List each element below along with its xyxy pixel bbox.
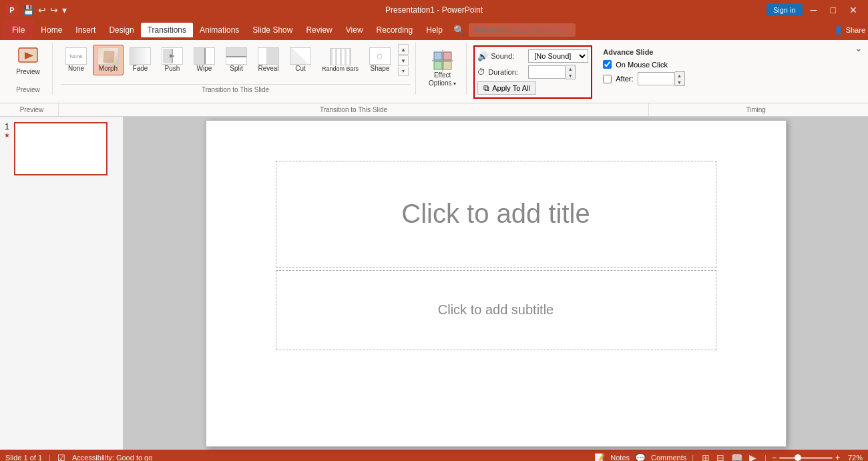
transition-push-label: Push (165, 65, 180, 73)
menu-bar: File Home Insert Design Transitions Anim… (0, 20, 868, 40)
status-bar: Slide 1 of 1 | ☑ Accessibility: Good to … (0, 450, 868, 461)
transition-none-label: None (68, 65, 84, 73)
menu-item-home[interactable]: Home (34, 23, 69, 37)
transition-fade-button[interactable]: Fade (125, 45, 156, 75)
status-divider2: | (765, 454, 767, 461)
customize-icon[interactable]: ▾ (62, 5, 67, 15)
ribbon-labels-bar: Preview Transition to This Slide Timing (0, 103, 868, 117)
transition-randombars-button[interactable]: Random Bars (317, 45, 363, 75)
on-mouse-click-label: On Mouse Click (616, 61, 668, 69)
after-decrement-button[interactable]: ▼ (675, 79, 684, 85)
duration-decrement-button[interactable]: ▼ (566, 72, 575, 79)
transition-fade-label: Fade (133, 65, 148, 73)
comments-icon: 💬 (635, 453, 646, 462)
transition-none-button[interactable]: None None (61, 45, 91, 75)
sound-select[interactable]: [No Sound] (528, 49, 588, 63)
effect-options-arrow: ▾ (453, 81, 456, 87)
transition-cut-label: Cut (295, 65, 306, 73)
transition-reveal-button[interactable]: Reveal (253, 45, 284, 75)
accessibility-label[interactable]: Accessibility: Good to go (72, 454, 152, 461)
effect-options-button[interactable]: Effect Options ▾ (424, 47, 461, 90)
menu-item-help[interactable]: Help (419, 23, 449, 37)
preview-icon (17, 47, 39, 68)
accessibility-icon: ☑ (57, 453, 65, 462)
slide-canvas[interactable]: Click to add title Click to add subtitle (206, 120, 787, 447)
menu-item-file[interactable]: File (3, 20, 34, 40)
on-mouse-click-checkbox[interactable] (603, 60, 612, 69)
slide-thumbnail[interactable] (14, 122, 107, 175)
transition-push-button[interactable]: Push (157, 45, 188, 75)
comments-button[interactable]: Comments (651, 454, 686, 461)
transition-wipe-button[interactable]: Wipe (189, 45, 220, 75)
menu-item-transitions[interactable]: Transitions (141, 23, 193, 37)
ribbon: Preview Preview None None Morph Fade (0, 40, 868, 103)
maximize-button[interactable]: □ (825, 3, 841, 17)
slide-star-icon: ★ (4, 131, 10, 139)
zoom-level[interactable]: 72% (843, 454, 863, 461)
status-bar-right: 📝 Notes 💬 Comments | ⊞ ⊟ 📖 ▶ | − + 72% (594, 451, 863, 461)
transitions-group-label: Transition to This Slide (61, 84, 410, 93)
ribbon-group-preview: Preview Preview (5, 43, 53, 95)
status-separator: | (49, 454, 51, 461)
transition-shape-button[interactable]: Shape (365, 45, 395, 75)
search-icon[interactable]: 🔍 (453, 25, 465, 35)
zoom-out-button[interactable]: − (772, 453, 777, 461)
slide-number-area: 1 ★ (4, 122, 10, 139)
scroll-up-button[interactable]: ▲ (398, 44, 409, 55)
menu-item-view[interactable]: View (339, 23, 370, 37)
zoom-slider[interactable] (779, 457, 833, 459)
on-mouse-click-row: On Mouse Click (603, 60, 684, 69)
transition-shape-label: Shape (371, 65, 390, 73)
normal-view-button[interactable]: ⊞ (699, 451, 712, 461)
duration-increment-button[interactable]: ▲ (566, 65, 575, 72)
status-bar-left: Slide 1 of 1 | ☑ Accessibility: Good to … (5, 453, 152, 462)
scroll-more-button[interactable]: ▾ (398, 67, 409, 76)
after-spinners: ▲ ▼ (675, 71, 685, 86)
title-placeholder[interactable]: Click to add title (276, 161, 716, 268)
apply-to-all-icon: ⧉ (483, 83, 489, 93)
notes-button[interactable]: Notes (610, 454, 630, 461)
menu-item-slideshow[interactable]: Slide Show (246, 23, 299, 37)
apply-to-all-row: ⧉ Apply To All (477, 81, 588, 95)
undo-icon[interactable]: ↩ (38, 5, 46, 15)
reading-view-button[interactable]: 📖 (728, 451, 745, 461)
menu-item-design[interactable]: Design (102, 23, 140, 37)
search-input[interactable] (469, 23, 576, 37)
preview-button[interactable]: Preview (11, 44, 45, 79)
menu-item-recording[interactable]: Recording (370, 23, 420, 37)
close-button[interactable]: ✕ (844, 3, 863, 17)
svg-rect-8 (434, 61, 442, 69)
transition-randombars-label: Random Bars (322, 65, 359, 73)
menu-item-insert[interactable]: Insert (69, 23, 102, 37)
transition-cut-button[interactable]: Cut (285, 45, 316, 75)
view-buttons: ⊞ ⊟ 📖 ▶ (699, 451, 759, 461)
transition-section-label: Transition to This Slide (59, 103, 649, 116)
slide-thumb-item: 1 ★ (4, 122, 119, 175)
slideshow-button[interactable]: ▶ (746, 451, 759, 461)
after-input[interactable]: 00:00.00 (638, 72, 675, 85)
duration-input[interactable]: 02.00 (528, 65, 566, 79)
zoom-in-button[interactable]: + (835, 453, 840, 461)
after-row: After: 00:00.00 ▲ ▼ (603, 71, 684, 86)
save-icon[interactable]: 💾 (23, 5, 34, 15)
title-bar: P 💾 ↩ ↪ ▾ Presentation1 - PowerPoint Sig… (0, 0, 868, 20)
duration-label: ⏱ Duration: (477, 67, 524, 77)
ribbon-expand-area: ⌄ (855, 43, 863, 55)
transition-morph-button[interactable]: Morph (93, 45, 124, 75)
apply-to-all-button[interactable]: ⧉ Apply To All (477, 81, 536, 95)
slide-sorter-button[interactable]: ⊟ (714, 451, 727, 461)
transition-split-button[interactable]: Split (221, 45, 252, 75)
transition-reveal-icon (258, 47, 279, 65)
subtitle-placeholder[interactable]: Click to add subtitle (276, 270, 716, 350)
after-checkbox[interactable] (603, 75, 612, 83)
menu-item-animations[interactable]: Animations (193, 23, 246, 37)
ribbon-expand-button[interactable]: ⌄ (855, 43, 863, 53)
status-divider: | (692, 454, 694, 461)
share-button[interactable]: 👤 Share (834, 26, 865, 35)
after-increment-button[interactable]: ▲ (675, 72, 684, 79)
menu-item-review[interactable]: Review (299, 23, 339, 37)
redo-icon[interactable]: ↪ (50, 5, 58, 15)
sign-in-button[interactable]: Sign in (767, 4, 803, 16)
scroll-down-button[interactable]: ▼ (398, 55, 409, 66)
minimize-button[interactable]: ─ (805, 3, 823, 17)
